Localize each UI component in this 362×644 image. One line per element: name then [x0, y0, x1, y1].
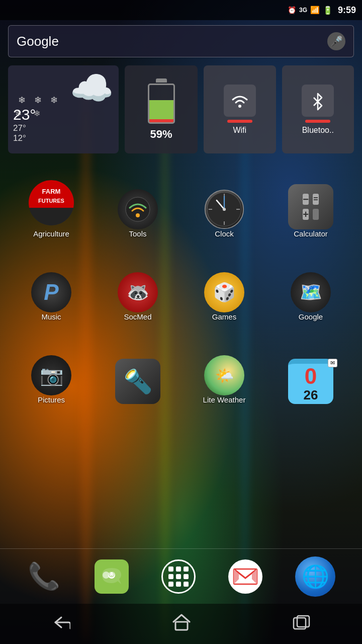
tools-icon	[118, 189, 158, 229]
dock-phone[interactable]: 📞	[27, 559, 62, 594]
widgets-row: ☁️ ❄ ❄ ❄ ❄ ❄ 23° 27° 12° 59%	[8, 65, 354, 153]
app-pictures[interactable]: 📷 Pictures	[8, 327, 95, 410]
search-bar[interactable]: Google 🎤	[8, 25, 354, 57]
dock-sms[interactable]: ☺	[95, 559, 129, 594]
app-flashlight[interactable]: 🔦	[95, 327, 181, 410]
status-bar: ⏰ 3G 📶 🔋 9:59	[0, 0, 362, 20]
apps-drawer-icon	[161, 559, 196, 594]
signal-bars-icon: 📶	[310, 6, 320, 15]
music-label: Music	[41, 312, 61, 321]
status-icons: ⏰ 3G 📶 🔋 9:59	[288, 5, 356, 16]
app-socmed[interactable]: 🦝 SocMed	[95, 244, 181, 327]
svg-point-11	[223, 208, 226, 211]
pictures-icon: 📷	[31, 355, 71, 395]
socmed-label: SocMed	[124, 312, 151, 321]
back-button[interactable]	[51, 615, 70, 633]
nav-bar	[0, 604, 362, 644]
svg-text:☺: ☺	[107, 569, 116, 579]
phone-icon: 📞	[27, 559, 62, 594]
app-liteweather[interactable]: 🌤️ Lite Weather	[181, 327, 267, 410]
calculator-label: Calculator	[294, 229, 328, 238]
app-agriculture[interactable]: FARM FUTURES Agriculture	[8, 161, 95, 244]
signal-type: 3G	[299, 7, 307, 14]
games-icon: 🎲	[204, 272, 244, 312]
dock: 📞 ☺	[0, 548, 362, 604]
app-games[interactable]: 🎲 Games	[181, 244, 267, 327]
clock-icon	[204, 189, 244, 229]
wifi-toggle[interactable]: Wifi	[204, 65, 276, 153]
battery-red	[149, 119, 173, 122]
socmed-icon: 🦝	[118, 272, 158, 312]
liteweather-label: Lite Weather	[203, 395, 246, 404]
battery-icon: 🔋	[323, 6, 333, 15]
battery-icon	[146, 78, 176, 124]
bluetooth-icon-circle	[302, 85, 334, 117]
mic-button[interactable]: 🎤	[327, 32, 345, 50]
battery-widget[interactable]: 59%	[125, 65, 198, 153]
sms-icon: ☺	[95, 559, 129, 594]
agriculture-label: Agriculture	[33, 229, 69, 238]
clock-label: Clock	[215, 229, 234, 238]
calendar-zero: 0	[305, 365, 317, 387]
home-button[interactable]	[172, 614, 191, 634]
search-label: Google	[17, 34, 327, 49]
calendar-icon: ✉ 0 26	[288, 359, 333, 404]
status-time: 9:59	[338, 5, 356, 16]
battery-percentage: 59%	[150, 128, 172, 141]
app-calendar[interactable]: ✉ 0 26	[267, 327, 354, 410]
app-grid: FARM FUTURES Agriculture Tools	[8, 161, 354, 410]
temp-range: 27° 12°	[13, 123, 36, 143]
liteweather-icon: 🌤️	[204, 355, 244, 395]
app-tools[interactable]: Tools	[95, 161, 181, 244]
app-calculator[interactable]: − = + Calculator	[267, 161, 354, 244]
dock-browser[interactable]: 🌐	[295, 556, 335, 597]
gmail-icon	[228, 559, 262, 594]
app-clock[interactable]: Clock	[181, 161, 267, 244]
dock-apps[interactable]	[161, 559, 196, 594]
google-maps-icon: 🗺️	[291, 272, 331, 312]
tools-label: Tools	[129, 229, 146, 238]
google-label: Google	[299, 312, 323, 321]
bluetooth-icon	[307, 90, 329, 112]
music-icon: P	[31, 272, 71, 312]
wifi-status-bar	[227, 120, 252, 123]
bluetooth-toggle[interactable]: Bluetoo..	[282, 65, 354, 153]
bluetooth-label: Bluetoo..	[302, 126, 334, 135]
svg-point-0	[238, 105, 241, 108]
app-google[interactable]: 🗺️ Google	[267, 244, 354, 327]
games-label: Games	[212, 312, 236, 321]
wifi-icon	[229, 90, 251, 112]
app-music[interactable]: P Music	[8, 244, 95, 327]
browser-icon: 🌐	[295, 556, 335, 597]
alarm-icon: ⏰	[288, 6, 296, 14]
flashlight-icon: 🔦	[115, 359, 160, 404]
svg-rect-17	[175, 622, 188, 630]
wifi-label: Wifi	[233, 126, 246, 135]
current-temp: 23°	[13, 106, 36, 123]
svg-point-2	[136, 213, 140, 217]
calculator-icon: − = +	[288, 184, 333, 229]
calendar-date: 26	[304, 387, 318, 403]
svg-point-1	[126, 197, 150, 221]
weather-widget[interactable]: ☁️ ❄ ❄ ❄ ❄ ❄ 23° 27° 12°	[8, 65, 119, 153]
dock-gmail[interactable]	[228, 559, 262, 594]
agriculture-icon: FARM FUTURES	[29, 180, 74, 225]
wifi-icon-circle	[224, 85, 256, 117]
pictures-label: Pictures	[38, 395, 65, 404]
recent-button[interactable]	[293, 615, 311, 633]
bluetooth-status-bar	[305, 120, 330, 123]
